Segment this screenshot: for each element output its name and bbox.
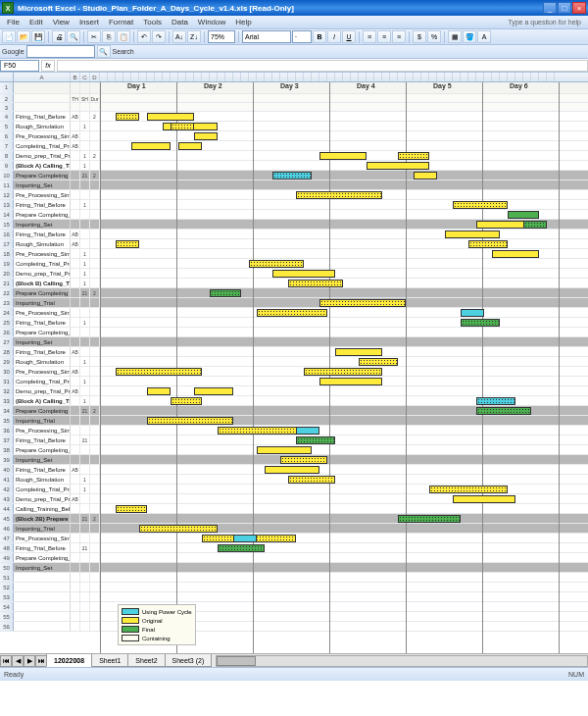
- row-header[interactable]: 45: [0, 514, 14, 523]
- gantt-bar[interactable]: [131, 142, 171, 150]
- row-header[interactable]: 53: [0, 592, 14, 601]
- column-header[interactable]: [453, 73, 461, 81]
- column-header[interactable]: [202, 73, 210, 81]
- row-header[interactable]: 21: [0, 279, 14, 287]
- gantt-bar[interactable]: [468, 240, 508, 248]
- gantt-bar[interactable]: [171, 123, 194, 130]
- fx-button[interactable]: fx: [41, 60, 55, 72]
- column-header[interactable]: [382, 73, 390, 81]
- name-box[interactable]: F50: [0, 60, 39, 72]
- sort-asc-button[interactable]: A↓: [172, 30, 186, 43]
- gantt-bar[interactable]: [116, 368, 202, 376]
- row-header[interactable]: 10: [0, 171, 14, 179]
- row-header[interactable]: 23: [0, 298, 14, 307]
- gantt-bar[interactable]: [335, 348, 382, 356]
- column-header[interactable]: [163, 73, 171, 81]
- column-header[interactable]: [171, 73, 178, 81]
- gantt-bar[interactable]: [296, 427, 319, 435]
- row-header[interactable]: 24: [0, 308, 14, 317]
- menu-tools[interactable]: Tools: [138, 18, 167, 26]
- column-header[interactable]: [280, 73, 288, 81]
- menu-window[interactable]: Window: [193, 18, 230, 26]
- column-header[interactable]: [461, 73, 468, 81]
- column-header[interactable]: [476, 73, 484, 81]
- column-header[interactable]: [359, 73, 367, 81]
- column-header[interactable]: [139, 73, 147, 81]
- row-header[interactable]: 34: [0, 406, 14, 415]
- column-header[interactable]: [374, 73, 382, 81]
- gantt-bar[interactable]: [398, 152, 429, 160]
- row-header[interactable]: 35: [0, 416, 14, 425]
- close-button[interactable]: ×: [572, 2, 586, 14]
- column-header[interactable]: B: [71, 73, 80, 81]
- sort-desc-button[interactable]: Z↓: [187, 30, 201, 43]
- gantt-bar[interactable]: [414, 172, 437, 179]
- column-header[interactable]: [257, 73, 265, 81]
- align-left-button[interactable]: ≡: [363, 30, 376, 43]
- gantt-bar[interactable]: [296, 191, 382, 199]
- row-header[interactable]: 26: [0, 328, 14, 336]
- gantt-bar[interactable]: [218, 544, 265, 552]
- row-header[interactable]: 43: [0, 494, 14, 503]
- gantt-bar[interactable]: [319, 152, 367, 160]
- new-button[interactable]: 📄: [2, 30, 16, 43]
- row-header[interactable]: 18: [0, 249, 14, 258]
- gantt-bar[interactable]: [147, 113, 194, 121]
- menu-data[interactable]: Data: [167, 18, 193, 26]
- row-header[interactable]: 36: [0, 426, 14, 435]
- align-right-button[interactable]: ≡: [392, 30, 406, 43]
- column-header[interactable]: [108, 73, 116, 81]
- column-header[interactable]: [429, 73, 437, 81]
- tab-first-button[interactable]: ⏮: [0, 655, 12, 667]
- zoom-box[interactable]: 75%: [208, 30, 235, 43]
- gantt-bar[interactable]: [210, 289, 241, 297]
- column-header[interactable]: A: [14, 73, 71, 81]
- gantt-bar[interactable]: [280, 456, 327, 464]
- gantt-bar[interactable]: [508, 211, 539, 219]
- gantt-bar[interactable]: [178, 142, 202, 150]
- gantt-bar[interactable]: [139, 525, 218, 533]
- sheet-tab[interactable]: Sheet3 (2): [165, 654, 213, 667]
- row-header[interactable]: 46: [0, 524, 14, 533]
- gantt-bar[interactable]: [319, 378, 382, 385]
- gantt-bar[interactable]: [288, 280, 343, 287]
- column-header[interactable]: [155, 73, 163, 81]
- copy-button[interactable]: ⎘: [102, 30, 116, 43]
- column-header[interactable]: C: [80, 73, 90, 81]
- google-search-input[interactable]: [26, 45, 95, 58]
- font-box[interactable]: Arial: [242, 30, 291, 43]
- row-header[interactable]: 2: [0, 94, 14, 102]
- column-header[interactable]: [304, 73, 312, 81]
- row-header[interactable]: 39: [0, 455, 14, 464]
- italic-button[interactable]: I: [327, 30, 341, 43]
- gantt-bar[interactable]: [461, 309, 484, 317]
- row-header[interactable]: 4: [0, 112, 14, 121]
- row-header[interactable]: 27: [0, 337, 14, 346]
- column-header[interactable]: [508, 73, 515, 81]
- gantt-bar[interactable]: [461, 319, 500, 327]
- column-header[interactable]: [547, 73, 555, 81]
- column-header[interactable]: [116, 73, 123, 81]
- row-header[interactable]: 14: [0, 210, 14, 219]
- row-header[interactable]: 16: [0, 230, 14, 238]
- gantt-bar[interactable]: [296, 436, 335, 444]
- column-header[interactable]: [484, 73, 492, 81]
- column-header[interactable]: [445, 73, 453, 81]
- gantt-bar[interactable]: [257, 446, 312, 454]
- currency-button[interactable]: $: [413, 30, 426, 43]
- column-header[interactable]: [414, 73, 421, 81]
- column-header[interactable]: [468, 73, 476, 81]
- row-header[interactable]: 40: [0, 465, 14, 474]
- gantt-bar[interactable]: [272, 172, 312, 179]
- gantt-bar[interactable]: [288, 476, 335, 484]
- menu-file[interactable]: File: [2, 18, 24, 26]
- gantt-bar[interactable]: [492, 250, 539, 258]
- column-header[interactable]: [241, 73, 249, 81]
- minimize-button[interactable]: _: [543, 2, 557, 14]
- column-header[interactable]: [123, 73, 131, 81]
- row-header[interactable]: 6: [0, 131, 14, 140]
- preview-button[interactable]: 🔍: [67, 30, 80, 43]
- gantt-bar[interactable]: [359, 358, 398, 366]
- column-header[interactable]: [312, 73, 319, 81]
- menu-format[interactable]: Format: [104, 18, 138, 26]
